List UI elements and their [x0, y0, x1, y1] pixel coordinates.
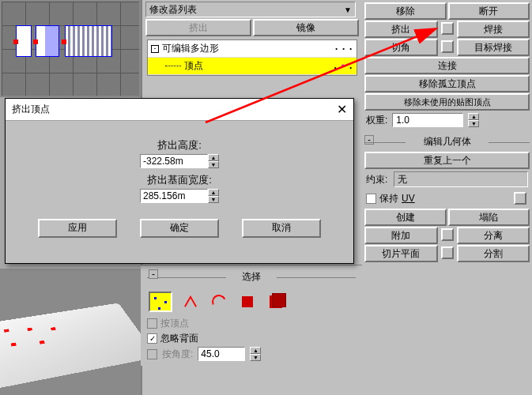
constraint-dropdown[interactable]: 无 [394, 171, 528, 187]
apply-button[interactable]: 应用 [38, 219, 117, 238]
angle-spinner[interactable]: ▲▼ [250, 347, 261, 361]
weight-label: 权重: [366, 114, 387, 127]
create-button[interactable]: 创建 [364, 209, 447, 226]
close-icon[interactable]: ✕ [337, 102, 347, 117]
cancel-button[interactable]: 取消 [242, 219, 321, 238]
extrude-height-label: 挤出高度: [18, 138, 341, 152]
weight-input[interactable]: 1.0 [392, 113, 463, 127]
chamfer-settings-button[interactable] [441, 40, 454, 53]
extrude-settings-button[interactable] [441, 22, 454, 35]
ok-button[interactable]: 确定 [140, 219, 219, 238]
slice-plane-button[interactable]: 切片平面 [364, 245, 438, 262]
edit-geometry-header: 编辑几何体 [424, 136, 471, 147]
selection-header: 选择 [242, 271, 261, 282]
stack-item-vertex[interactable]: 顶点 • • • [148, 58, 357, 75]
chevron-down-icon: ▼ [344, 6, 352, 14]
attach-button[interactable]: 附加 [364, 227, 438, 244]
collapse-icon[interactable]: - [149, 269, 158, 279]
extrude-base-spinner[interactable]: ▲▼ [208, 189, 219, 203]
attach-settings-button[interactable] [441, 228, 454, 241]
uv-label: UV [402, 193, 415, 204]
by-vertex-checkbox[interactable]: 按顶点 [147, 317, 356, 330]
extrude-base-input[interactable]: 285.156m [140, 189, 208, 203]
collapse-icon[interactable]: - [151, 45, 159, 53]
extrude-action-button[interactable]: 挤出 [145, 19, 251, 36]
modifier-stack[interactable]: - 可编辑多边形 • • • 顶点 • • • [147, 40, 357, 76]
stack-dots-icon: • • • [334, 61, 353, 72]
angle-input[interactable]: 45.0 [198, 347, 245, 361]
split-toggle[interactable] [441, 246, 454, 259]
dialog-titlebar[interactable]: 挤出顶点 ✕ [6, 99, 353, 121]
extrude-button[interactable]: 挤出 [364, 21, 438, 38]
remove-isolated-button[interactable]: 移除孤立顶点 [364, 75, 530, 92]
preserve-uv-settings[interactable] [514, 192, 526, 205]
preserve-uv-checkbox[interactable] [366, 194, 376, 204]
modifier-list-dropdown[interactable]: 修改器列表 ▼ [145, 2, 356, 17]
detach-button[interactable]: 分离 [457, 227, 530, 244]
viewport-perspective[interactable] [0, 269, 141, 395]
remove-unused-button[interactable]: 移除未使用的贴图顶点 [364, 93, 530, 111]
weight-spinner[interactable]: ▲▼ [468, 113, 479, 127]
chamfer-button[interactable]: 切角 [364, 39, 438, 56]
extrude-height-input[interactable]: -322.58m [140, 154, 208, 168]
viewport-top[interactable] [0, 0, 141, 97]
collapse-icon[interactable]: - [364, 135, 374, 145]
constraint-label: 约束: [366, 173, 387, 186]
subobj-vertex-button[interactable] [149, 292, 172, 312]
mirror-button[interactable]: 镜像 [253, 19, 359, 36]
extrude-vertices-dialog: 挤出顶点 ✕ 挤出高度: -322.58m ▲▼ 挤出基面宽度: 285.156… [5, 98, 354, 264]
break-button[interactable]: 断开 [448, 2, 530, 20]
modifier-list-label: 修改器列表 [149, 3, 197, 17]
by-angle-checkbox[interactable] [147, 349, 157, 359]
split-button[interactable]: 分割 [457, 245, 530, 262]
extrude-height-spinner[interactable]: ▲▼ [208, 154, 219, 168]
subobj-polygon-button[interactable] [237, 293, 258, 310]
subobj-edge-button[interactable] [180, 293, 201, 310]
extrude-base-label: 挤出基面宽度: [18, 173, 341, 187]
connect-button[interactable]: 连接 [364, 57, 530, 74]
subobj-element-button[interactable] [266, 293, 286, 310]
remove-button[interactable]: 移除 [364, 2, 447, 20]
stack-item-editable-poly[interactable]: - 可编辑多边形 • • • [148, 40, 357, 58]
selection-rollout: -选择 按顶点 ✓忽略背面 按角度: 45.0 ▲▼ [141, 265, 362, 366]
by-angle-label: 按角度: [162, 348, 193, 361]
subobj-border-button[interactable] [209, 293, 229, 310]
preserve-label: 保持 [379, 192, 398, 205]
dialog-title: 挤出顶点 [12, 103, 50, 116]
ignore-backface-checkbox[interactable]: ✓忽略背面 [147, 332, 356, 345]
collapse-button[interactable]: 塌陷 [448, 209, 530, 226]
weld-button[interactable]: 焊接 [457, 21, 530, 38]
target-weld-button[interactable]: 目标焊接 [457, 39, 530, 56]
stack-dots-icon: • • • [335, 45, 353, 52]
edit-vertices-panel: 移除断开 挤出 焊接 切角 目标焊接 连接 移除孤立顶点 移除未使用的贴图顶点 … [362, 0, 532, 395]
repeat-last-button[interactable]: 重复上一个 [364, 152, 530, 169]
